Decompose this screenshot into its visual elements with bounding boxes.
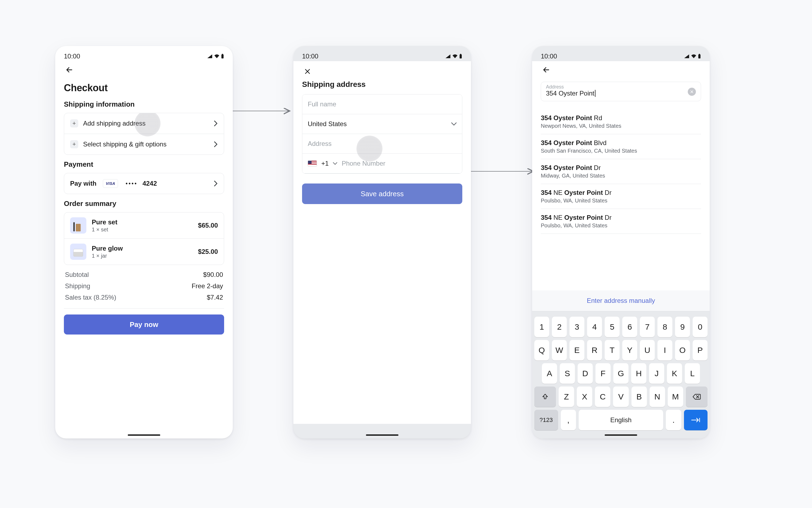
shift-key[interactable]: [534, 386, 556, 407]
subtotal-value: $90.00: [203, 271, 223, 279]
letter-key[interactable]: X: [577, 386, 592, 407]
letter-key[interactable]: E: [569, 340, 584, 361]
number-key[interactable]: 6: [622, 316, 637, 337]
payment-method-row[interactable]: Pay with VISA •••• 4242: [64, 173, 224, 194]
letter-key[interactable]: B: [632, 386, 647, 407]
result-secondary: Poulsbo, WA, United States: [541, 198, 701, 204]
autocomplete-result[interactable]: 354 NE Oyster Point DrPoulsbo, WA, Unite…: [541, 184, 701, 209]
number-key[interactable]: 7: [640, 316, 655, 337]
shift-icon: [542, 393, 549, 400]
shipping-value: Free 2-day: [191, 282, 223, 290]
letter-key[interactable]: S: [560, 363, 575, 384]
address-input[interactable]: Address: [302, 134, 462, 154]
letter-key[interactable]: P: [693, 340, 708, 361]
letter-key[interactable]: T: [605, 340, 619, 361]
chevron-right-icon: [214, 120, 218, 127]
order-item-price: $25.00: [198, 248, 218, 255]
letter-key[interactable]: R: [587, 340, 602, 361]
status-time: 10:00: [302, 52, 318, 60]
letter-key[interactable]: L: [685, 363, 700, 384]
save-address-button[interactable]: Save address: [302, 183, 462, 204]
letter-key[interactable]: O: [675, 340, 690, 361]
letter-key[interactable]: J: [649, 363, 664, 384]
back-button[interactable]: [64, 65, 75, 75]
letter-key[interactable]: Z: [559, 386, 574, 407]
autocomplete-result[interactable]: 354 Oyster Point BlvdSouth San Francisco…: [541, 134, 701, 159]
section-shipping-title: Shipping information: [64, 100, 224, 109]
card-last4: 4242: [142, 180, 209, 187]
clear-input-button[interactable]: [688, 88, 696, 96]
symbols-key[interactable]: ?123: [534, 410, 558, 430]
autocomplete-result[interactable]: 354 Oyster Point DrMidway, GA, United St…: [541, 159, 701, 184]
number-key[interactable]: 0: [693, 316, 708, 337]
payment-card: Pay with VISA •••• 4242: [64, 173, 224, 194]
status-bar: 10:00: [55, 46, 233, 61]
number-key[interactable]: 1: [534, 316, 549, 337]
pay-now-button[interactable]: Pay now: [64, 314, 224, 335]
letter-key[interactable]: I: [657, 340, 672, 361]
order-item-name: Pure set: [92, 218, 193, 226]
wifi-icon: [691, 54, 697, 59]
phone-input-row[interactable]: +1 Phone Number: [302, 154, 462, 173]
close-button[interactable]: [302, 66, 313, 77]
enter-address-manually-link[interactable]: Enter address manually: [532, 290, 710, 311]
backspace-key[interactable]: [686, 386, 708, 407]
country-value: United States: [308, 120, 347, 128]
chevron-right-icon: [214, 141, 218, 147]
status-time: 10:00: [64, 52, 80, 60]
autocomplete-result[interactable]: 354 Oyster Point RdNewport News, VA, Uni…: [541, 109, 701, 134]
letter-key[interactable]: W: [552, 340, 567, 361]
status-time: 10:00: [541, 52, 557, 60]
shipping-options-row[interactable]: + Select shipping & gift options: [64, 134, 224, 155]
full-name-input[interactable]: Full name: [302, 94, 462, 114]
product-thumb: [70, 217, 86, 234]
nav-indicator: [366, 434, 398, 436]
letter-key[interactable]: U: [640, 340, 655, 361]
letter-key[interactable]: G: [613, 363, 629, 384]
result-primary: 354 Oyster Point Blvd: [541, 139, 701, 147]
sheet-title: Shipping address: [302, 80, 462, 89]
letter-key[interactable]: D: [578, 363, 593, 384]
card-brand-badge: VISA: [103, 179, 118, 188]
letter-key[interactable]: K: [667, 363, 682, 384]
enter-key[interactable]: [684, 410, 708, 430]
chevron-down-icon: [451, 122, 457, 126]
letter-key[interactable]: A: [542, 363, 557, 384]
number-key[interactable]: 4: [587, 316, 602, 337]
back-button[interactable]: [541, 65, 552, 75]
letter-key[interactable]: F: [595, 363, 611, 384]
shipping-card: + Add shipping address + Select shipping…: [64, 113, 224, 155]
number-key[interactable]: 3: [569, 316, 584, 337]
number-key[interactable]: 5: [605, 316, 619, 337]
battery-icon: [698, 54, 701, 59]
comma-key[interactable]: ,: [561, 410, 576, 430]
space-key[interactable]: English: [579, 410, 664, 430]
autocomplete-result[interactable]: 354 NE Oyster Point DrPoulsbo, WA, Unite…: [541, 209, 701, 234]
number-key[interactable]: 2: [552, 316, 567, 337]
letter-key[interactable]: N: [650, 386, 665, 407]
add-shipping-address-row[interactable]: + Add shipping address: [64, 113, 224, 134]
svg-rect-2: [460, 54, 462, 58]
shipping-label: Shipping: [65, 282, 90, 290]
country-select[interactable]: United States: [302, 114, 462, 134]
period-key[interactable]: .: [666, 410, 681, 430]
subtotal-label: Subtotal: [65, 271, 89, 279]
letter-key[interactable]: M: [668, 386, 683, 407]
close-icon: [690, 90, 694, 94]
text-cursor: [595, 90, 595, 97]
battery-icon: [459, 54, 462, 59]
letter-key[interactable]: C: [595, 386, 610, 407]
number-key[interactable]: 9: [675, 316, 690, 337]
letter-key[interactable]: V: [613, 386, 629, 407]
letter-key[interactable]: Y: [622, 340, 637, 361]
address-search-input[interactable]: Address 354 Oyster Point: [541, 82, 701, 101]
order-item-qty: 1 × jar: [92, 253, 193, 259]
svg-rect-0: [221, 54, 223, 58]
letter-key[interactable]: Q: [534, 340, 549, 361]
letter-key[interactable]: H: [631, 363, 646, 384]
number-key[interactable]: 8: [657, 316, 672, 337]
section-order-title: Order summary: [64, 200, 224, 208]
result-primary: 354 NE Oyster Point Dr: [541, 189, 701, 197]
order-item: Pure set 1 × set $65.00: [64, 212, 224, 239]
product-thumb: [70, 244, 86, 260]
